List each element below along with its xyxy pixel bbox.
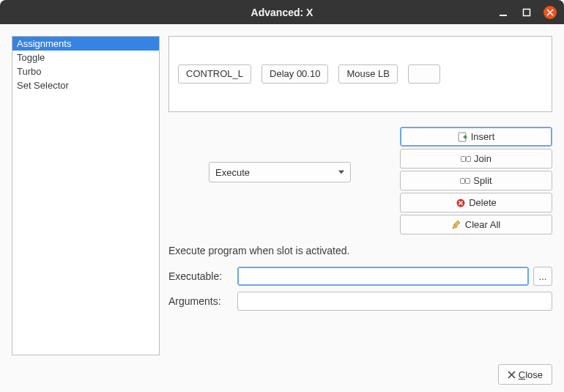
sidebar-item-label: Assignments [17,38,71,49]
button-label: Join [474,153,491,164]
main-row: Assignments Toggle Turbo Set Selector CO… [12,36,552,355]
clear-all-button[interactable]: Clear All [400,215,552,234]
browse-button[interactable]: ... [533,267,552,286]
close-icon [546,9,554,16]
window-title: Advanced: X [251,7,313,18]
join-icon [461,154,471,164]
button-label: ... [539,271,547,282]
join-button[interactable]: Join [400,149,552,169]
svg-rect-8 [466,178,470,183]
arguments-label: Arguments: [168,295,233,307]
body: Assignments Toggle Turbo Set Selector CO… [0,24,564,392]
insert-icon [458,132,468,142]
svg-rect-0 [500,15,507,16]
executable-label: Executable: [168,270,233,282]
split-icon [460,176,470,186]
slot-label: Mouse LB [346,68,390,79]
chevron-down-icon [338,171,344,174]
sidebar-item-turbo[interactable]: Turbo [12,64,159,78]
slots-box: CONTROL_L Delay 00.10 Mouse LB [168,36,552,112]
close-window-button[interactable] [543,6,557,19]
delete-button[interactable]: Delete [400,193,552,212]
split-button[interactable]: Split [400,171,552,191]
svg-rect-5 [461,156,466,161]
slot-label: CONTROL_L [186,68,243,79]
action-type-combo[interactable]: Execute [209,162,351,182]
svg-rect-1 [524,9,530,15]
sidebar-item-assignments[interactable]: Assignments [12,37,159,51]
maximize-icon [522,8,531,17]
button-label: Split [473,175,491,186]
window: Advanced: X Assignments Toggle Turbo Set… [0,0,564,392]
sidebar-item-label: Turbo [17,66,41,77]
slot-button-empty[interactable] [408,64,440,84]
sidebar-item-label: Toggle [17,52,45,63]
button-label: Insert [471,131,495,142]
slot-button[interactable]: Mouse LB [338,64,398,84]
close-button[interactable]: Close [498,364,552,385]
window-controls [497,6,557,19]
combo-area: Execute [168,127,391,234]
arguments-input[interactable] [237,292,552,311]
broom-icon [452,220,462,230]
delete-icon [456,198,466,208]
sidebar-item-toggle[interactable]: Toggle [12,51,159,64]
slot-button[interactable]: CONTROL_L [178,64,251,84]
arguments-row: Arguments: [168,292,552,311]
action-buttons: Insert Join Split Delete [400,127,552,234]
executable-row: Executable: ... [168,267,552,286]
minimize-icon [499,8,508,17]
svg-rect-6 [467,156,471,161]
right-panel: CONTROL_L Delay 00.10 Mouse LB Execute [168,36,552,355]
close-x-icon [508,371,516,379]
footer: Close [12,364,552,385]
mid-row: Execute Insert Join [168,127,552,234]
sidebar[interactable]: Assignments Toggle Turbo Set Selector [12,36,160,355]
insert-button[interactable]: Insert [400,127,552,147]
form: Executable: ... Arguments: [168,267,552,311]
svg-rect-7 [461,178,465,183]
button-label: Close [519,369,543,380]
button-label: Clear All [465,219,500,230]
slot-label: Delay 00.10 [270,68,320,79]
button-label: Delete [469,197,497,208]
maximize-button[interactable] [520,6,533,19]
description-text: Execute program when slot is activated. [168,245,552,256]
combo-value: Execute [215,167,250,178]
sidebar-item-label: Set Selector [17,80,69,91]
slot-button[interactable]: Delay 00.10 [261,64,328,84]
minimize-button[interactable] [497,6,510,19]
titlebar: Advanced: X [0,0,564,24]
executable-input[interactable] [237,267,529,286]
sidebar-item-set-selector[interactable]: Set Selector [12,78,159,92]
